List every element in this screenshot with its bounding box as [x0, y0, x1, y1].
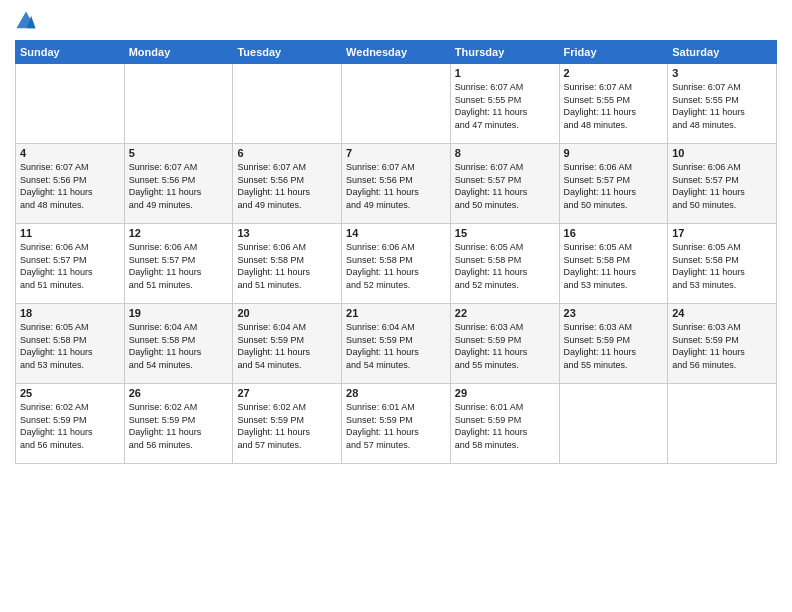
day-info: Sunrise: 6:03 AM Sunset: 5:59 PM Dayligh… — [564, 321, 664, 371]
day-info: Sunrise: 6:02 AM Sunset: 5:59 PM Dayligh… — [237, 401, 337, 451]
day-number: 29 — [455, 387, 555, 399]
day-info: Sunrise: 6:02 AM Sunset: 5:59 PM Dayligh… — [20, 401, 120, 451]
calendar-cell: 7Sunrise: 6:07 AM Sunset: 5:56 PM Daylig… — [342, 144, 451, 224]
weekday-header-wednesday: Wednesday — [342, 41, 451, 64]
day-number: 3 — [672, 67, 772, 79]
day-info: Sunrise: 6:04 AM Sunset: 5:59 PM Dayligh… — [237, 321, 337, 371]
day-number: 22 — [455, 307, 555, 319]
weekday-header-sunday: Sunday — [16, 41, 125, 64]
calendar-cell: 10Sunrise: 6:06 AM Sunset: 5:57 PM Dayli… — [668, 144, 777, 224]
calendar-cell: 12Sunrise: 6:06 AM Sunset: 5:57 PM Dayli… — [124, 224, 233, 304]
calendar-cell: 5Sunrise: 6:07 AM Sunset: 5:56 PM Daylig… — [124, 144, 233, 224]
day-number: 27 — [237, 387, 337, 399]
calendar-cell: 8Sunrise: 6:07 AM Sunset: 5:57 PM Daylig… — [450, 144, 559, 224]
day-number: 24 — [672, 307, 772, 319]
day-info: Sunrise: 6:07 AM Sunset: 5:56 PM Dayligh… — [346, 161, 446, 211]
day-number: 12 — [129, 227, 229, 239]
day-info: Sunrise: 6:07 AM Sunset: 5:57 PM Dayligh… — [455, 161, 555, 211]
day-number: 9 — [564, 147, 664, 159]
calendar-cell — [16, 64, 125, 144]
day-info: Sunrise: 6:03 AM Sunset: 5:59 PM Dayligh… — [672, 321, 772, 371]
day-info: Sunrise: 6:02 AM Sunset: 5:59 PM Dayligh… — [129, 401, 229, 451]
day-number: 4 — [20, 147, 120, 159]
day-number: 7 — [346, 147, 446, 159]
calendar-cell: 25Sunrise: 6:02 AM Sunset: 5:59 PM Dayli… — [16, 384, 125, 464]
calendar-cell: 22Sunrise: 6:03 AM Sunset: 5:59 PM Dayli… — [450, 304, 559, 384]
calendar-cell — [342, 64, 451, 144]
day-info: Sunrise: 6:07 AM Sunset: 5:55 PM Dayligh… — [564, 81, 664, 131]
day-info: Sunrise: 6:06 AM Sunset: 5:58 PM Dayligh… — [346, 241, 446, 291]
calendar-cell: 27Sunrise: 6:02 AM Sunset: 5:59 PM Dayli… — [233, 384, 342, 464]
calendar-cell: 26Sunrise: 6:02 AM Sunset: 5:59 PM Dayli… — [124, 384, 233, 464]
logo — [15, 10, 41, 32]
calendar-cell — [559, 384, 668, 464]
day-number: 20 — [237, 307, 337, 319]
day-info: Sunrise: 6:07 AM Sunset: 5:55 PM Dayligh… — [455, 81, 555, 131]
weekday-header-saturday: Saturday — [668, 41, 777, 64]
day-info: Sunrise: 6:05 AM Sunset: 5:58 PM Dayligh… — [455, 241, 555, 291]
calendar-cell: 9Sunrise: 6:06 AM Sunset: 5:57 PM Daylig… — [559, 144, 668, 224]
calendar-cell: 14Sunrise: 6:06 AM Sunset: 5:58 PM Dayli… — [342, 224, 451, 304]
calendar-cell: 17Sunrise: 6:05 AM Sunset: 5:58 PM Dayli… — [668, 224, 777, 304]
day-info: Sunrise: 6:05 AM Sunset: 5:58 PM Dayligh… — [20, 321, 120, 371]
weekday-header-row: SundayMondayTuesdayWednesdayThursdayFrid… — [16, 41, 777, 64]
day-number: 19 — [129, 307, 229, 319]
day-number: 15 — [455, 227, 555, 239]
day-number: 13 — [237, 227, 337, 239]
calendar-cell: 24Sunrise: 6:03 AM Sunset: 5:59 PM Dayli… — [668, 304, 777, 384]
calendar-cell: 13Sunrise: 6:06 AM Sunset: 5:58 PM Dayli… — [233, 224, 342, 304]
day-info: Sunrise: 6:06 AM Sunset: 5:57 PM Dayligh… — [672, 161, 772, 211]
day-info: Sunrise: 6:05 AM Sunset: 5:58 PM Dayligh… — [564, 241, 664, 291]
calendar-cell: 6Sunrise: 6:07 AM Sunset: 5:56 PM Daylig… — [233, 144, 342, 224]
day-number: 14 — [346, 227, 446, 239]
day-number: 28 — [346, 387, 446, 399]
day-info: Sunrise: 6:07 AM Sunset: 5:56 PM Dayligh… — [129, 161, 229, 211]
calendar-cell — [124, 64, 233, 144]
day-number: 8 — [455, 147, 555, 159]
weekday-header-thursday: Thursday — [450, 41, 559, 64]
calendar-cell: 29Sunrise: 6:01 AM Sunset: 5:59 PM Dayli… — [450, 384, 559, 464]
calendar-cell: 23Sunrise: 6:03 AM Sunset: 5:59 PM Dayli… — [559, 304, 668, 384]
day-info: Sunrise: 6:07 AM Sunset: 5:56 PM Dayligh… — [20, 161, 120, 211]
logo-icon — [15, 10, 37, 32]
day-number: 17 — [672, 227, 772, 239]
calendar-cell: 19Sunrise: 6:04 AM Sunset: 5:58 PM Dayli… — [124, 304, 233, 384]
calendar-cell: 2Sunrise: 6:07 AM Sunset: 5:55 PM Daylig… — [559, 64, 668, 144]
calendar-cell: 4Sunrise: 6:07 AM Sunset: 5:56 PM Daylig… — [16, 144, 125, 224]
weekday-header-tuesday: Tuesday — [233, 41, 342, 64]
calendar-cell — [668, 384, 777, 464]
calendar-cell: 21Sunrise: 6:04 AM Sunset: 5:59 PM Dayli… — [342, 304, 451, 384]
day-number: 18 — [20, 307, 120, 319]
day-number: 1 — [455, 67, 555, 79]
day-number: 21 — [346, 307, 446, 319]
calendar-cell: 15Sunrise: 6:05 AM Sunset: 5:58 PM Dayli… — [450, 224, 559, 304]
day-info: Sunrise: 6:04 AM Sunset: 5:58 PM Dayligh… — [129, 321, 229, 371]
calendar-cell: 20Sunrise: 6:04 AM Sunset: 5:59 PM Dayli… — [233, 304, 342, 384]
day-number: 25 — [20, 387, 120, 399]
day-number: 11 — [20, 227, 120, 239]
day-number: 2 — [564, 67, 664, 79]
day-number: 23 — [564, 307, 664, 319]
page: SundayMondayTuesdayWednesdayThursdayFrid… — [0, 0, 792, 612]
weekday-header-monday: Monday — [124, 41, 233, 64]
day-info: Sunrise: 6:06 AM Sunset: 5:57 PM Dayligh… — [564, 161, 664, 211]
weekday-header-friday: Friday — [559, 41, 668, 64]
day-info: Sunrise: 6:07 AM Sunset: 5:56 PM Dayligh… — [237, 161, 337, 211]
calendar-cell: 28Sunrise: 6:01 AM Sunset: 5:59 PM Dayli… — [342, 384, 451, 464]
calendar-cell: 18Sunrise: 6:05 AM Sunset: 5:58 PM Dayli… — [16, 304, 125, 384]
day-info: Sunrise: 6:06 AM Sunset: 5:58 PM Dayligh… — [237, 241, 337, 291]
day-number: 16 — [564, 227, 664, 239]
day-info: Sunrise: 6:07 AM Sunset: 5:55 PM Dayligh… — [672, 81, 772, 131]
day-number: 10 — [672, 147, 772, 159]
week-row-3: 11Sunrise: 6:06 AM Sunset: 5:57 PM Dayli… — [16, 224, 777, 304]
week-row-1: 1Sunrise: 6:07 AM Sunset: 5:55 PM Daylig… — [16, 64, 777, 144]
calendar-cell: 11Sunrise: 6:06 AM Sunset: 5:57 PM Dayli… — [16, 224, 125, 304]
day-info: Sunrise: 6:03 AM Sunset: 5:59 PM Dayligh… — [455, 321, 555, 371]
day-number: 5 — [129, 147, 229, 159]
day-info: Sunrise: 6:04 AM Sunset: 5:59 PM Dayligh… — [346, 321, 446, 371]
week-row-5: 25Sunrise: 6:02 AM Sunset: 5:59 PM Dayli… — [16, 384, 777, 464]
day-info: Sunrise: 6:06 AM Sunset: 5:57 PM Dayligh… — [20, 241, 120, 291]
day-info: Sunrise: 6:06 AM Sunset: 5:57 PM Dayligh… — [129, 241, 229, 291]
day-info: Sunrise: 6:01 AM Sunset: 5:59 PM Dayligh… — [455, 401, 555, 451]
calendar-cell: 1Sunrise: 6:07 AM Sunset: 5:55 PM Daylig… — [450, 64, 559, 144]
